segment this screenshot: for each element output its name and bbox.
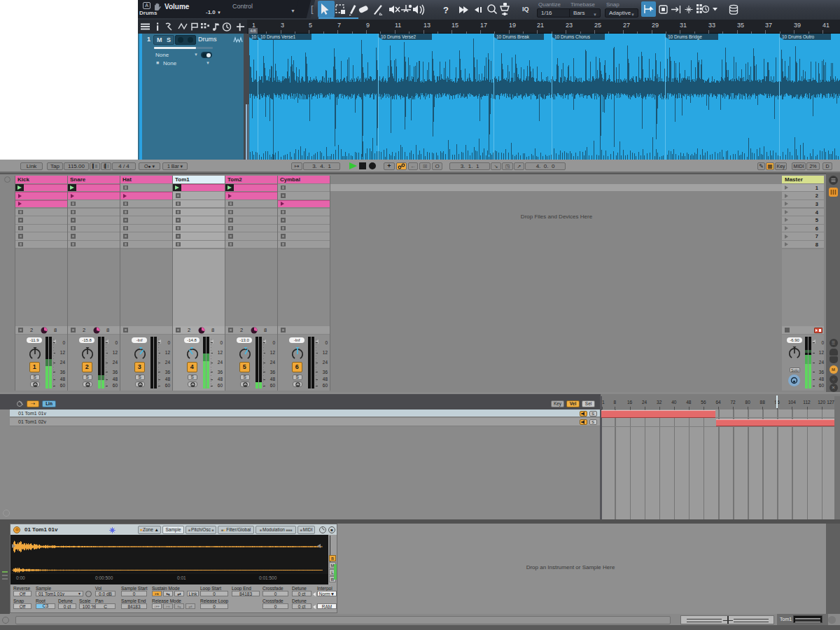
svg-text:?: ? [443,5,449,15]
